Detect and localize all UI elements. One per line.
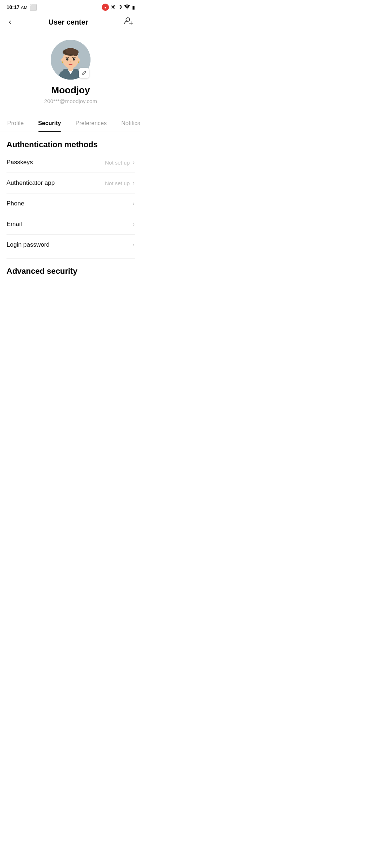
passkeys-status: Not set up [105,159,130,166]
email-item[interactable]: Email › [7,214,135,235]
avatar-wrapper [51,40,91,80]
edit-avatar-button[interactable] [79,68,89,78]
email-right: › [133,221,135,228]
user-manage-icon[interactable] [124,17,134,27]
passkeys-chevron: › [133,159,135,166]
authenticator-label: Authenticator app [7,179,55,187]
back-button[interactable]: ‹ [7,16,13,28]
login-password-right: › [133,241,135,248]
svg-point-16 [73,58,75,61]
login-password-label: Login password [7,241,50,248]
advanced-security-title: Advanced security [7,267,135,276]
battery-icon: ▮ [132,5,135,10]
tab-preferences[interactable]: Preferences [68,116,114,132]
svg-point-19 [70,61,72,63]
bluetooth-icon: ✳ [111,4,115,10]
tab-security[interactable]: Security [31,116,68,132]
svg-point-13 [61,58,64,62]
svg-point-15 [66,58,68,61]
security-content: Authentication methods Passkeys Not set … [0,140,141,276]
phone-label: Phone [7,200,24,207]
svg-point-12 [72,50,78,56]
header: ‹ User center [0,13,141,33]
login-password-chevron: › [133,241,135,248]
authenticator-status: Not set up [105,180,130,186]
email-chevron: › [133,221,135,228]
login-password-item[interactable]: Login password › [7,235,135,255]
svg-point-17 [68,59,68,59]
phone-item[interactable]: Phone › [7,193,135,214]
status-left: 10:17 AM ⬜ [7,4,37,11]
page-title: User center [49,18,88,26]
svg-line-22 [85,72,85,72]
user-email: 200***@moodjoy.com [44,98,97,104]
status-time: 10:17 AM [7,4,28,10]
tabs-container: Profile Security Preferences Notificati.… [0,116,141,132]
svg-point-21 [78,61,79,63]
user-name: Moodjoy [51,85,90,96]
record-icon: ● [102,4,109,11]
authenticator-right: Not set up › [105,179,135,187]
authenticator-item[interactable]: Authenticator app Not set up › [7,173,135,193]
svg-point-0 [127,8,128,9]
svg-point-14 [77,58,80,62]
auth-methods-title: Authentication methods [7,140,135,149]
tab-notifications[interactable]: Notificati... [114,116,141,132]
authenticator-chevron: › [133,179,135,187]
status-bar: 10:17 AM ⬜ ● ✳ ☽ ▮ [0,0,141,13]
phone-right: › [133,200,135,207]
tab-profile[interactable]: Profile [0,116,31,132]
passkeys-item[interactable]: Passkeys Not set up › [7,152,135,173]
phone-chevron: › [133,200,135,207]
passkeys-label: Passkeys [7,159,33,166]
status-right: ● ✳ ☽ ▮ [102,4,135,11]
svg-point-18 [74,59,75,59]
moon-icon: ☽ [117,4,122,10]
section-divider [7,258,135,259]
email-label: Email [7,221,22,228]
passkeys-right: Not set up › [105,159,135,166]
svg-point-20 [62,61,63,63]
wifi-icon [124,4,130,10]
video-icon: ⬜ [30,4,37,11]
avatar-section: Moodjoy 200***@moodjoy.com [0,33,141,110]
